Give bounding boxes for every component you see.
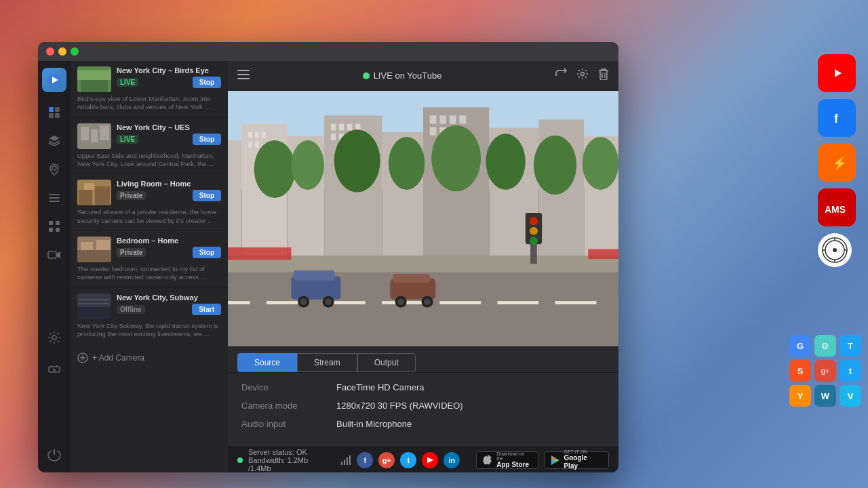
- small-gear-icon[interactable]: ⚙: [814, 335, 836, 357]
- stop-button-nyc-birds[interactable]: Stop: [193, 77, 221, 88]
- sidebar-item-video[interactable]: [41, 241, 68, 268]
- small-y2-icon[interactable]: Y: [789, 385, 811, 407]
- stop-button-living[interactable]: Stop: [193, 190, 221, 201]
- svg-rect-17: [49, 107, 54, 112]
- social-youtube-icon[interactable]: ▶: [422, 452, 438, 468]
- social-linkedin-icon[interactable]: in: [443, 452, 460, 468]
- sidebar-item-grid[interactable]: [41, 213, 68, 240]
- camera-item-subway[interactable]: New York City, Subway Offline Start New …: [71, 288, 228, 345]
- desktop-thunder-icon[interactable]: ⚡: [818, 144, 856, 182]
- info-row-camera-mode: Camera mode 868x488 30 FPS (RAWVIDEO): [241, 401, 605, 411]
- social-gplus-icon[interactable]: g+: [378, 452, 395, 468]
- social-twitter-icon[interactable]: t: [400, 452, 416, 468]
- camera-item-nyc-birds[interactable]: New York City – Birds Eye LIVE Stop Bird…: [71, 61, 228, 118]
- svg-rect-129: [344, 460, 345, 465]
- camera-item-nyc-ues[interactable]: New York City – UES LIVE Stop Upper East…: [71, 118, 228, 175]
- svg-rect-55: [79, 303, 109, 304]
- desktop-youtube-icon[interactable]: [818, 54, 856, 92]
- svg-rect-77: [262, 132, 266, 138]
- audio-input-label: Audio input: [241, 419, 336, 429]
- svg-rect-89: [460, 115, 467, 123]
- small-gplus-icon[interactable]: g+: [814, 360, 836, 382]
- audio-input-value: Built-in Microphone: [336, 419, 412, 429]
- small-v-icon[interactable]: V: [840, 385, 861, 407]
- close-button[interactable]: [46, 47, 54, 56]
- settings-icon[interactable]: [576, 68, 589, 83]
- camera-info-living: Living Room – Home Private Stop: [117, 180, 221, 201]
- status-badge-living: Private: [117, 191, 146, 200]
- camera-desc-nyc-ues: Upper East Side and neighborhood, Manhat…: [77, 152, 221, 169]
- stop-button-nyc-ues[interactable]: Stop: [193, 134, 221, 145]
- hamburger-icon[interactable]: [237, 70, 250, 82]
- sidebar-item-layers[interactable]: [41, 127, 68, 155]
- sidebar-item-location[interactable]: [41, 156, 68, 183]
- svg-rect-50: [81, 242, 93, 250]
- svg-rect-86: [430, 115, 437, 123]
- desktop-s5-icon[interactable]: [818, 233, 852, 267]
- camera-name-bedroom: Bedroom – Home: [117, 237, 221, 245]
- share-icon[interactable]: [555, 68, 567, 83]
- camera-item-living-room[interactable]: Living Room – Home Private Stop Secured …: [71, 174, 228, 231]
- camera-desc-nyc-birds: Bird's-eye view of Lower Manhattan, zoom…: [77, 95, 221, 112]
- sidebar-item-list[interactable]: [41, 184, 68, 211]
- trash-icon[interactable]: [598, 68, 609, 83]
- sidebar-nav: [38, 61, 71, 472]
- svg-rect-25: [49, 221, 53, 225]
- tab-source[interactable]: Source: [237, 353, 297, 372]
- svg-rect-18: [55, 107, 60, 112]
- app-logo[interactable]: [42, 68, 66, 92]
- bottom-area: Source Stream Output Device FaceTime HD …: [228, 346, 618, 447]
- camera-thumb-bedroom: [77, 237, 111, 262]
- sidebar-item-settings[interactable]: [41, 327, 68, 354]
- tab-output[interactable]: Output: [357, 353, 416, 372]
- camera-info-nyc-birds: New York City – Birds Eye LIVE Stop: [117, 66, 221, 88]
- desktop-small-icons: G ⚙ T S g+ t Y W V: [789, 335, 861, 407]
- tab-stream[interactable]: Stream: [297, 353, 357, 372]
- svg-point-120: [424, 298, 431, 305]
- minimize-button[interactable]: [58, 47, 66, 56]
- bandwidth-text: Bandwidth: 1.2Mb /1.4Mb: [248, 456, 332, 472]
- social-facebook-icon[interactable]: f: [357, 452, 373, 468]
- small-t-icon[interactable]: T: [840, 335, 861, 357]
- small-wp-icon[interactable]: W: [814, 385, 836, 407]
- desktop-ams-icon[interactable]: AMS: [818, 188, 856, 226]
- svg-rect-131: [349, 455, 351, 465]
- svg-rect-54: [79, 299, 109, 300]
- add-camera-button[interactable]: + Add Camera: [71, 344, 228, 371]
- svg-rect-107: [497, 301, 538, 304]
- camera-item-bedroom[interactable]: Bedroom – Home Private Stop The master b…: [71, 231, 228, 288]
- svg-point-99: [583, 137, 618, 190]
- video-preview: [228, 91, 618, 346]
- svg-point-124: [530, 227, 538, 235]
- info-row-audio: Audio input Built-in Microphone: [241, 419, 605, 429]
- svg-rect-53: [77, 307, 111, 319]
- stop-button-bedroom[interactable]: Stop: [193, 247, 221, 258]
- small-s-icon[interactable]: S: [789, 360, 811, 382]
- small-g-icon[interactable]: G: [789, 335, 811, 357]
- camera-name-subway: New York City, Subway: [117, 293, 221, 302]
- svg-point-92: [254, 140, 296, 198]
- svg-rect-84: [331, 134, 336, 140]
- maximize-button[interactable]: [71, 47, 79, 56]
- sidebar-item-maps[interactable]: [41, 99, 68, 126]
- svg-rect-43: [100, 125, 109, 140]
- desktop-facebook-icon[interactable]: f: [818, 99, 856, 137]
- svg-rect-90: [430, 127, 437, 136]
- svg-rect-76: [255, 132, 259, 138]
- status-badge-nyc-ues: LIVE: [117, 135, 138, 144]
- sidebar-item-power[interactable]: [41, 441, 68, 468]
- camera-info-subway: New York City, Subway Offline Start: [117, 293, 221, 315]
- info-panel: Device FaceTime HD Camera Camera mode 12…: [228, 373, 618, 447]
- small-tw-icon[interactable]: t: [840, 360, 861, 382]
- camera-desc-bedroom: The master bedroom, connected to my list…: [77, 265, 221, 282]
- svg-rect-127: [588, 249, 618, 259]
- svg-rect-82: [347, 124, 352, 131]
- start-button-subway[interactable]: Start: [192, 304, 221, 315]
- appstore-badge[interactable]: Download on the App Store: [476, 451, 538, 469]
- googleplay-badge[interactable]: GET IT ON Google Play: [544, 451, 609, 469]
- svg-rect-41: [81, 127, 89, 140]
- sidebar-item-plus[interactable]: [41, 356, 68, 383]
- svg-rect-79: [255, 142, 259, 148]
- googleplay-icon: [550, 455, 561, 466]
- svg-rect-106: [439, 301, 481, 304]
